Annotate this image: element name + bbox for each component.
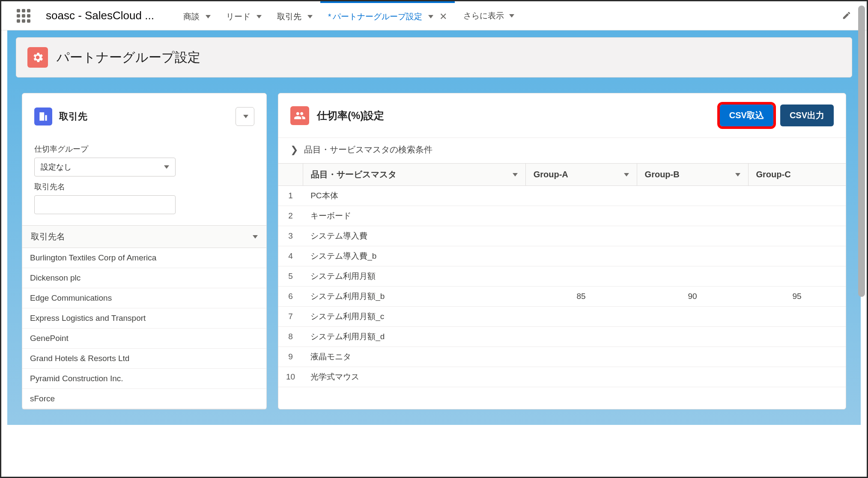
group-field-label: 仕切率グループ <box>34 144 254 154</box>
list-item[interactable]: Burlington Textiles Corp of America <box>22 248 266 268</box>
item-name-cell: システム利用月額 <box>303 266 525 287</box>
chevron-down-icon[interactable] <box>257 15 262 18</box>
group-b-cell[interactable]: 90 <box>637 287 748 307</box>
chevron-down-icon[interactable] <box>428 15 433 18</box>
group-a-cell[interactable] <box>525 186 637 206</box>
group-c-cell[interactable] <box>748 347 846 367</box>
table-row[interactable]: 5システム利用月額 <box>278 266 846 287</box>
row-number: 3 <box>278 226 303 246</box>
chevron-down-icon <box>513 173 518 176</box>
column-label: Group-B <box>645 170 680 179</box>
people-icon <box>290 106 309 125</box>
table-row[interactable]: 8システム利用月額_d <box>278 327 846 347</box>
group-c-cell[interactable] <box>748 307 846 327</box>
row-number: 10 <box>278 367 303 387</box>
group-c-cell[interactable] <box>748 367 846 387</box>
main-content: 取引先 仕切率グループ 設定なし 取引先名 取引先名 <box>22 93 846 409</box>
group-a-cell[interactable]: 85 <box>525 287 637 307</box>
nav-tab-label: 取引先 <box>277 11 301 22</box>
chevron-down-icon[interactable] <box>206 15 211 18</box>
group-b-cell[interactable] <box>637 206 748 226</box>
chevron-down-icon <box>735 173 740 176</box>
app-launcher-icon[interactable] <box>17 9 30 23</box>
group-a-cell[interactable] <box>525 367 637 387</box>
group-b-cell[interactable] <box>637 186 748 206</box>
group-c-cell[interactable] <box>748 186 846 206</box>
group-select[interactable]: 設定なし <box>34 158 176 176</box>
account-icon <box>34 108 52 125</box>
account-name-label: 取引先名 <box>34 182 254 192</box>
chevron-down-icon[interactable] <box>307 15 313 18</box>
group-a-cell[interactable] <box>525 347 637 367</box>
list-item[interactable]: sForce <box>22 389 266 409</box>
left-panel-dropdown-button[interactable] <box>236 107 254 126</box>
table-row[interactable]: 1PC本体 <box>278 186 846 206</box>
group-a-cell[interactable] <box>525 246 637 266</box>
unsaved-indicator-icon: * <box>328 12 331 21</box>
account-name-input[interactable] <box>34 195 176 214</box>
group-b-cell[interactable] <box>637 246 748 266</box>
column-header-group-b[interactable]: Group-B <box>637 164 748 186</box>
column-label: Group-A <box>534 170 568 179</box>
group-a-cell[interactable] <box>525 327 637 347</box>
column-header-item[interactable]: 品目・サービスマスタ <box>303 164 525 186</box>
table-row[interactable]: 3システム導入費 <box>278 226 846 246</box>
nav-tab-opportunity[interactable]: 商談 <box>176 1 218 30</box>
close-icon[interactable]: ✕ <box>439 11 447 22</box>
list-item[interactable]: Express Logistics and Transport <box>22 308 266 329</box>
edit-pencil-icon[interactable] <box>842 11 851 22</box>
account-list-header[interactable]: 取引先名 <box>22 225 266 248</box>
list-item[interactable]: Grand Hotels & Resorts Ltd <box>22 349 266 369</box>
group-c-cell[interactable] <box>748 327 846 347</box>
row-number: 8 <box>278 327 303 347</box>
search-criteria-toggle[interactable]: ❯ 品目・サービスマスタの検索条件 <box>278 137 846 163</box>
csv-import-button[interactable]: CSV取込 <box>720 105 773 126</box>
column-header-group-a[interactable]: Group-A <box>525 164 637 186</box>
right-panel-title: 仕切率(%)設定 <box>317 109 384 122</box>
table-row[interactable]: 9液晶モニタ <box>278 347 846 367</box>
list-item[interactable]: Pyramid Construction Inc. <box>22 369 266 389</box>
group-b-cell[interactable] <box>637 347 748 367</box>
chevron-down-icon <box>243 115 248 118</box>
group-c-cell[interactable] <box>748 246 846 266</box>
nav-more-label: さらに表示 <box>463 10 504 21</box>
group-b-cell[interactable] <box>637 327 748 347</box>
nav-tab-lead[interactable]: リード <box>218 1 269 30</box>
group-a-cell[interactable] <box>525 226 637 246</box>
group-c-cell[interactable] <box>748 206 846 226</box>
row-number: 4 <box>278 246 303 266</box>
table-row[interactable]: 4システム導入費_b <box>278 246 846 266</box>
row-number: 5 <box>278 266 303 287</box>
group-b-cell[interactable] <box>637 307 748 327</box>
table-row[interactable]: 2キーボード <box>278 206 846 226</box>
header-band: パートナーグループ設定 取引先 仕切率グル <box>7 30 861 425</box>
table-row[interactable]: 7システム利用月額_c <box>278 307 846 327</box>
group-c-cell[interactable] <box>748 226 846 246</box>
right-panel: 仕切率(%)設定 CSV取込 CSV出力 ❯ 品目・サービスマスタの検索条件 <box>278 93 846 409</box>
list-item[interactable]: GenePoint <box>22 329 266 349</box>
list-item[interactable]: Dickenson plc <box>22 268 266 288</box>
list-item[interactable]: Edge Communications <box>22 288 266 308</box>
table-row[interactable]: 6システム利用月額_b859095 <box>278 287 846 307</box>
group-b-cell[interactable] <box>637 266 748 287</box>
scrollbar[interactable] <box>858 6 865 297</box>
table-row[interactable]: 10光学式マウス <box>278 367 846 387</box>
group-b-cell[interactable] <box>637 367 748 387</box>
nav-more[interactable]: さらに表示 <box>455 10 523 21</box>
column-header-group-c[interactable]: Group-C <box>748 164 846 186</box>
item-name-cell: PC本体 <box>303 186 525 206</box>
nav-tabs: 商談 リード 取引先 * パートナーグループ設定 ✕ <box>176 1 455 30</box>
group-a-cell[interactable] <box>525 307 637 327</box>
group-a-cell[interactable] <box>525 266 637 287</box>
nav-tab-account[interactable]: 取引先 <box>269 1 320 30</box>
topbar: soasc - SalesCloud ... 商談 リード 取引先 * パートナ… <box>1 1 867 30</box>
group-b-cell[interactable] <box>637 226 748 246</box>
group-c-cell[interactable] <box>748 266 846 287</box>
left-panel-title: 取引先 <box>59 110 87 123</box>
item-name-cell: システム導入費_b <box>303 246 525 266</box>
left-panel: 取引先 仕切率グループ 設定なし 取引先名 取引先名 <box>22 93 267 409</box>
csv-export-button[interactable]: CSV出力 <box>780 105 834 126</box>
group-c-cell[interactable]: 95 <box>748 287 846 307</box>
nav-tab-partner-group-settings[interactable]: * パートナーグループ設定 ✕ <box>320 1 455 30</box>
group-a-cell[interactable] <box>525 206 637 226</box>
